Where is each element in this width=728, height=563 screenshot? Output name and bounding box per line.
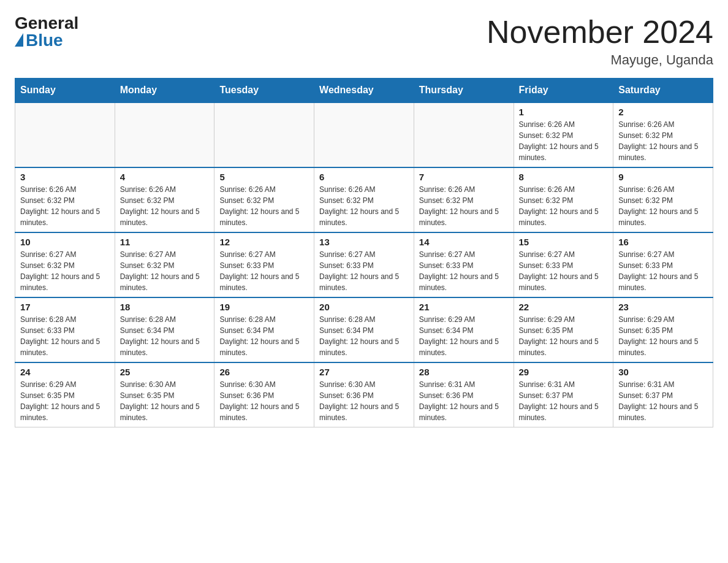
day-info: Sunrise: 6:26 AMSunset: 6:32 PMDaylight:… [618,184,708,228]
weekday-header: Monday [115,79,214,103]
day-number: 2 [618,107,708,117]
calendar-cell: 2Sunrise: 6:26 AMSunset: 6:32 PMDaylight… [613,102,713,167]
day-info: Sunrise: 6:27 AMSunset: 6:32 PMDaylight:… [120,249,210,293]
calendar-cell: 20Sunrise: 6:28 AMSunset: 6:34 PMDayligh… [314,297,414,362]
day-info: Sunrise: 6:26 AMSunset: 6:32 PMDaylight:… [120,184,210,228]
calendar-cell: 1Sunrise: 6:26 AMSunset: 6:32 PMDaylight… [514,102,613,167]
calendar-cell: 22Sunrise: 6:29 AMSunset: 6:35 PMDayligh… [514,297,613,362]
calendar-week-row: 17Sunrise: 6:28 AMSunset: 6:33 PMDayligh… [15,297,713,362]
day-info: Sunrise: 6:26 AMSunset: 6:32 PMDaylight:… [519,184,609,228]
day-info: Sunrise: 6:31 AMSunset: 6:37 PMDaylight:… [618,379,708,423]
calendar-cell: 13Sunrise: 6:27 AMSunset: 6:33 PMDayligh… [314,232,414,297]
day-number: 23 [618,302,708,312]
day-number: 12 [219,237,309,247]
calendar-cell: 17Sunrise: 6:28 AMSunset: 6:33 PMDayligh… [15,297,115,362]
page-title: November 2024 [487,15,713,50]
day-number: 21 [419,302,509,312]
day-number: 16 [618,237,708,247]
calendar-cell: 16Sunrise: 6:27 AMSunset: 6:33 PMDayligh… [613,232,713,297]
logo: General Blue [15,15,78,49]
title-block: November 2024 Mayuge, Uganda [487,15,713,68]
calendar-cell: 7Sunrise: 6:26 AMSunset: 6:32 PMDaylight… [414,167,514,232]
calendar-table: SundayMondayTuesdayWednesdayThursdayFrid… [15,78,713,427]
day-info: Sunrise: 6:27 AMSunset: 6:33 PMDaylight:… [219,249,309,293]
day-number: 9 [618,172,708,182]
weekday-header: Wednesday [314,79,414,103]
weekday-header: Tuesday [214,79,314,103]
calendar-cell: 12Sunrise: 6:27 AMSunset: 6:33 PMDayligh… [214,232,314,297]
day-number: 27 [319,367,409,377]
calendar-week-row: 1Sunrise: 6:26 AMSunset: 6:32 PMDaylight… [15,102,713,167]
calendar-header-row: SundayMondayTuesdayWednesdayThursdayFrid… [15,79,713,103]
calendar-week-row: 3Sunrise: 6:26 AMSunset: 6:32 PMDaylight… [15,167,713,232]
day-info: Sunrise: 6:29 AMSunset: 6:35 PMDaylight:… [618,314,708,358]
day-info: Sunrise: 6:27 AMSunset: 6:33 PMDaylight:… [419,249,509,293]
calendar-cell [414,102,514,167]
calendar-cell: 4Sunrise: 6:26 AMSunset: 6:32 PMDaylight… [115,167,214,232]
calendar-cell: 27Sunrise: 6:30 AMSunset: 6:36 PMDayligh… [314,362,414,427]
day-number: 6 [319,172,409,182]
day-number: 24 [20,367,110,377]
calendar-cell: 24Sunrise: 6:29 AMSunset: 6:35 PMDayligh… [15,362,115,427]
calendar-week-row: 24Sunrise: 6:29 AMSunset: 6:35 PMDayligh… [15,362,713,427]
day-number: 5 [219,172,309,182]
day-number: 28 [419,367,509,377]
day-number: 3 [20,172,110,182]
page-header: General Blue November 2024 Mayuge, Ugand… [15,15,713,68]
day-info: Sunrise: 6:28 AMSunset: 6:34 PMDaylight:… [120,314,210,358]
calendar-cell: 19Sunrise: 6:28 AMSunset: 6:34 PMDayligh… [214,297,314,362]
calendar-cell: 28Sunrise: 6:31 AMSunset: 6:36 PMDayligh… [414,362,514,427]
day-number: 22 [519,302,609,312]
calendar-cell [314,102,414,167]
calendar-cell: 9Sunrise: 6:26 AMSunset: 6:32 PMDaylight… [613,167,713,232]
day-number: 17 [20,302,110,312]
day-info: Sunrise: 6:27 AMSunset: 6:33 PMDaylight:… [618,249,708,293]
day-info: Sunrise: 6:26 AMSunset: 6:32 PMDaylight:… [219,184,309,228]
calendar-cell: 6Sunrise: 6:26 AMSunset: 6:32 PMDaylight… [314,167,414,232]
calendar-cell: 29Sunrise: 6:31 AMSunset: 6:37 PMDayligh… [514,362,613,427]
day-info: Sunrise: 6:28 AMSunset: 6:34 PMDaylight:… [319,314,409,358]
calendar-cell: 26Sunrise: 6:30 AMSunset: 6:36 PMDayligh… [214,362,314,427]
day-number: 18 [120,302,210,312]
calendar-week-row: 10Sunrise: 6:27 AMSunset: 6:32 PMDayligh… [15,232,713,297]
day-number: 26 [219,367,309,377]
calendar-cell [115,102,214,167]
weekday-header: Sunday [15,79,115,103]
day-info: Sunrise: 6:31 AMSunset: 6:37 PMDaylight:… [519,379,609,423]
calendar-cell: 21Sunrise: 6:29 AMSunset: 6:34 PMDayligh… [414,297,514,362]
day-info: Sunrise: 6:30 AMSunset: 6:35 PMDaylight:… [120,379,210,423]
day-info: Sunrise: 6:29 AMSunset: 6:35 PMDaylight:… [519,314,609,358]
day-number: 8 [519,172,609,182]
day-info: Sunrise: 6:26 AMSunset: 6:32 PMDaylight:… [519,119,609,163]
calendar-cell [15,102,115,167]
day-info: Sunrise: 6:29 AMSunset: 6:35 PMDaylight:… [20,379,110,423]
logo-general-text: General [15,15,78,32]
day-info: Sunrise: 6:28 AMSunset: 6:33 PMDaylight:… [20,314,110,358]
day-info: Sunrise: 6:26 AMSunset: 6:32 PMDaylight:… [319,184,409,228]
day-info: Sunrise: 6:27 AMSunset: 6:33 PMDaylight:… [519,249,609,293]
day-info: Sunrise: 6:27 AMSunset: 6:33 PMDaylight:… [319,249,409,293]
day-info: Sunrise: 6:31 AMSunset: 6:36 PMDaylight:… [419,379,509,423]
calendar-cell: 23Sunrise: 6:29 AMSunset: 6:35 PMDayligh… [613,297,713,362]
calendar-cell: 3Sunrise: 6:26 AMSunset: 6:32 PMDaylight… [15,167,115,232]
day-number: 30 [618,367,708,377]
calendar-cell: 8Sunrise: 6:26 AMSunset: 6:32 PMDaylight… [514,167,613,232]
day-number: 4 [120,172,210,182]
day-number: 29 [519,367,609,377]
day-number: 10 [20,237,110,247]
calendar-cell: 15Sunrise: 6:27 AMSunset: 6:33 PMDayligh… [514,232,613,297]
weekday-header: Friday [514,79,613,103]
day-number: 19 [219,302,309,312]
calendar-cell: 11Sunrise: 6:27 AMSunset: 6:32 PMDayligh… [115,232,214,297]
calendar-cell: 18Sunrise: 6:28 AMSunset: 6:34 PMDayligh… [115,297,214,362]
weekday-header: Thursday [414,79,514,103]
calendar-cell [214,102,314,167]
day-info: Sunrise: 6:27 AMSunset: 6:32 PMDaylight:… [20,249,110,293]
logo-blue-text: Blue [15,32,63,49]
calendar-cell: 10Sunrise: 6:27 AMSunset: 6:32 PMDayligh… [15,232,115,297]
logo-triangle-icon [15,33,23,47]
day-number: 13 [319,237,409,247]
day-number: 7 [419,172,509,182]
day-info: Sunrise: 6:26 AMSunset: 6:32 PMDaylight:… [419,184,509,228]
day-info: Sunrise: 6:29 AMSunset: 6:34 PMDaylight:… [419,314,509,358]
